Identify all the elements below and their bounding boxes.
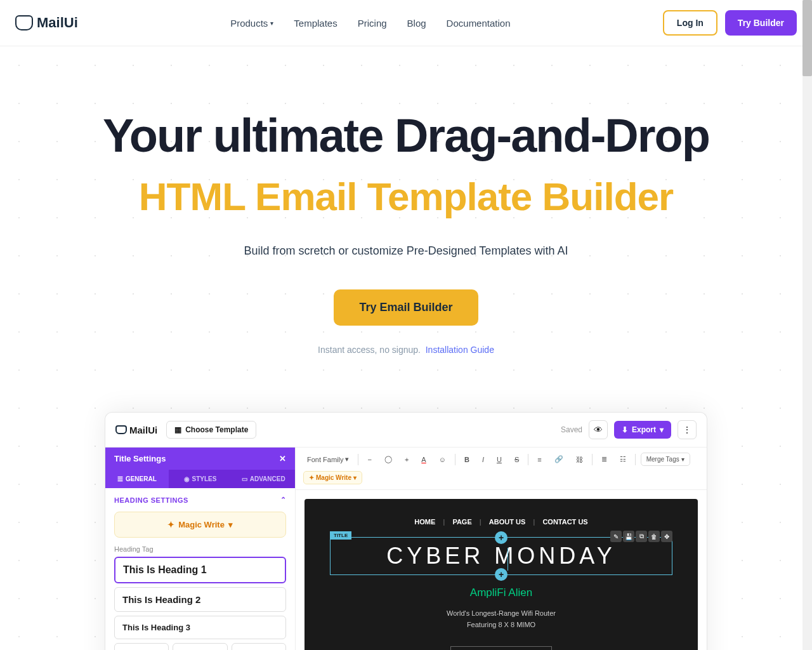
font-size-increase[interactable]: +: [401, 454, 412, 465]
scroll-thumb[interactable]: [802, 0, 812, 76]
move-icon[interactable]: ✥: [661, 531, 672, 542]
installation-guide-link[interactable]: Installation Guide: [426, 345, 494, 355]
product-name[interactable]: AmpliFi Alien: [317, 587, 685, 599]
font-size-value[interactable]: ◯: [381, 453, 396, 465]
copy-icon[interactable]: ⧉: [636, 531, 647, 542]
hero-title-line2: HTML Email Template Builder: [25, 174, 787, 219]
email-nav: HOME| PAGE| ABOUT US| CONTACT US: [317, 518, 685, 526]
preview-button[interactable]: 👁: [589, 420, 608, 439]
separator: [455, 454, 455, 465]
main-nav: Products▾ Templates Pricing Blog Documen…: [230, 18, 510, 29]
bold-button[interactable]: B: [461, 454, 473, 465]
tab-styles[interactable]: ◉STYLES: [169, 470, 232, 488]
tab-general[interactable]: ☰GENERAL: [105, 470, 169, 488]
shop-button[interactable]: SHOP US: [450, 646, 552, 650]
close-icon[interactable]: ✕: [279, 454, 286, 463]
nav-about[interactable]: ABOUT US: [489, 518, 525, 526]
edit-icon[interactable]: ✎: [610, 531, 622, 542]
canvas-area: Font Family ▾ − ◯ + A ☺ B I U S ≡ 🔗 ⛓ ≣ …: [296, 448, 707, 650]
bullet-list-button[interactable]: ≣: [598, 453, 611, 465]
title-block[interactable]: TITLE ✎ 💾 ⧉ 🗑 ✥ + + CYBER MONDAY: [330, 537, 672, 575]
download-icon: ⬇: [622, 425, 628, 434]
heading-1-option[interactable]: This Is Heading 1: [114, 557, 286, 583]
logo-text: MailUi: [37, 15, 78, 31]
builder-logo[interactable]: MailUi: [115, 425, 157, 435]
try-email-builder-button[interactable]: Try Email Builder: [334, 289, 478, 326]
magic-write-button[interactable]: ✦ Magic Write ▾: [114, 512, 286, 538]
builder-screenshot: MailUi ▦ Choose Template Saved 👁 ⬇ Expor…: [105, 412, 707, 650]
gear-icon: ▭: [242, 475, 247, 482]
mail-icon: [115, 425, 127, 434]
settings-sidebar: Title Settings ✕ ☰GENERAL ◉STYLES ▭ADVAN…: [105, 448, 296, 650]
heading-6-chip[interactable]: Heading 6: [232, 643, 286, 650]
email-canvas[interactable]: HOME| PAGE| ABOUT US| CONTACT US TITLE ✎…: [304, 499, 698, 650]
header: MailUi Products▾ Templates Pricing Blog …: [0, 0, 812, 46]
separator: [635, 454, 636, 465]
scrollbar[interactable]: [802, 0, 812, 650]
text-color-button[interactable]: A: [417, 454, 429, 465]
align-button[interactable]: ≡: [534, 454, 545, 465]
nav-home[interactable]: HOME: [414, 518, 435, 526]
nav-pricing[interactable]: Pricing: [358, 18, 387, 29]
heading-5-chip[interactable]: Heading 5: [173, 643, 227, 650]
number-list-button[interactable]: ☷: [616, 453, 630, 465]
choose-template-button[interactable]: ▦ Choose Template: [166, 421, 256, 439]
chevron-up-icon: ⌃: [280, 496, 287, 504]
block-type-label: TITLE: [330, 531, 351, 540]
dots-icon: ⋮: [683, 425, 691, 435]
link-button[interactable]: 🔗: [551, 453, 567, 465]
strike-button[interactable]: S: [511, 454, 523, 465]
hero-title-line1: Your ultimate Drag-and-Drop: [25, 110, 787, 161]
mail-icon: [15, 15, 33, 30]
nav-blog[interactable]: Blog: [407, 18, 426, 29]
nav-page[interactable]: PAGE: [452, 518, 471, 526]
unlink-button[interactable]: ⛓: [572, 454, 587, 465]
sparkle-icon: ✦: [167, 520, 174, 529]
sidebar-title: Title Settings ✕: [105, 448, 295, 470]
emoji-button[interactable]: ☺: [435, 454, 450, 465]
hero-subtitle: Build from scretch or customize Pre-Desi…: [25, 244, 787, 258]
delete-icon[interactable]: 🗑: [648, 531, 660, 542]
italic-button[interactable]: I: [478, 454, 488, 465]
tab-advanced[interactable]: ▭ADVANCED: [232, 470, 295, 488]
eye-icon: 👁: [594, 425, 603, 435]
chevron-down-icon: ▾: [345, 455, 349, 463]
sliders-icon: ☰: [117, 475, 123, 482]
chevron-down-icon: ▾: [270, 20, 273, 27]
nav-contact[interactable]: CONTACT US: [542, 518, 587, 526]
login-button[interactable]: Log In: [663, 10, 717, 36]
block-actions: ✎ 💾 ⧉ 🗑 ✥: [610, 531, 672, 542]
nav-products[interactable]: Products▾: [230, 18, 273, 29]
heading-tag-label: Heading Tag: [114, 545, 286, 553]
text-toolbar: Font Family ▾ − ◯ + A ☺ B I U S ≡ 🔗 ⛓ ≣ …: [296, 448, 707, 490]
export-button[interactable]: ⬇ Export ▾: [614, 421, 671, 439]
chevron-down-icon: ▾: [228, 520, 233, 529]
heading-2-option[interactable]: This Is Heading 2: [114, 587, 286, 612]
heading-settings-header[interactable]: HEADING SETTINGS ⌃: [114, 496, 286, 504]
font-family-select[interactable]: Font Family ▾: [303, 453, 353, 465]
heading-4-chip[interactable]: Heading 4: [114, 643, 169, 650]
nav-documentation[interactable]: Documentation: [447, 18, 511, 29]
chevron-down-icon: ▾: [660, 425, 664, 434]
more-button[interactable]: ⋮: [678, 420, 697, 439]
save-icon[interactable]: 💾: [623, 531, 634, 542]
builder-topbar: MailUi ▦ Choose Template Saved 👁 ⬇ Expor…: [105, 413, 707, 448]
separator: [358, 454, 358, 465]
toolbar-magic-write[interactable]: ✦ Magic Write ▾: [303, 471, 362, 484]
separator: [528, 454, 528, 465]
product-desc[interactable]: World's Longest-Range Wifi Router Featur…: [317, 608, 685, 630]
font-size-decrease[interactable]: −: [363, 454, 375, 465]
underline-button[interactable]: U: [493, 454, 506, 465]
add-below-button[interactable]: +: [495, 568, 508, 581]
logo[interactable]: MailUi: [15, 15, 78, 31]
template-icon: ▦: [174, 425, 181, 434]
palette-icon: ◉: [184, 475, 190, 482]
add-above-button[interactable]: +: [495, 531, 508, 544]
separator: [592, 454, 593, 465]
cyber-monday-title[interactable]: CYBER MONDAY: [336, 543, 667, 569]
try-builder-button[interactable]: Try Builder: [725, 10, 797, 36]
heading-3-option[interactable]: This Is Heading 3: [114, 616, 286, 639]
sidebar-tabs: ☰GENERAL ◉STYLES ▭ADVANCED: [105, 470, 295, 488]
nav-templates[interactable]: Templates: [294, 18, 337, 29]
merge-tags-button[interactable]: Merge Tags ▾: [641, 453, 690, 466]
